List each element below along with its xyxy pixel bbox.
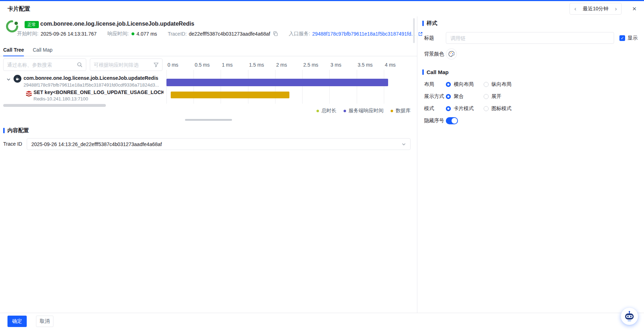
panel-resize-handle[interactable] [185, 119, 232, 121]
search-input[interactable] [7, 62, 77, 68]
time-range-picker[interactable]: ‹ 最近10分钟 › [570, 3, 622, 15]
tab-call-map[interactable]: Call Map [33, 45, 52, 56]
content-config-header: 内容配置 [3, 127, 29, 134]
hide-sequence-toggle[interactable] [446, 117, 458, 124]
timeline-tick-label: 4 ms [385, 62, 396, 68]
time-range-next-button[interactable]: › [610, 3, 621, 14]
legend-label: 数据库 [396, 108, 411, 114]
radio-display-expand[interactable]: 展开 [484, 93, 521, 100]
layout-label: 布局 [424, 81, 446, 88]
show-checkbox-group[interactable]: ✓ 显示 [619, 35, 638, 41]
timeline-tick-label: 0 ms [168, 62, 178, 68]
filter-box[interactable] [90, 58, 163, 71]
start-time-group: 开始时间: 2025-09-26 14:13:31.767 [17, 31, 97, 37]
show-checkbox[interactable]: ✓ [619, 35, 625, 41]
timeline-tick-label: 2.5 ms [303, 62, 318, 68]
card-config-panel: 样式 标题 ✓ 显示 背景颜色 Call Map 布 [417, 16, 644, 313]
background-color-button[interactable] [446, 48, 457, 59]
legend-item-total: 总时长 [316, 108, 336, 114]
timeline-gridline [194, 70, 194, 104]
start-time-value: 2025-09-26 14:13:31.767 [41, 31, 97, 37]
timeline-gridline [329, 70, 330, 104]
confirm-button[interactable]: 确定 [7, 316, 27, 327]
trace-id-select[interactable]: 2025-09-26 14:13:26_de22efff5387c4b03127… [27, 138, 411, 150]
page-header: 卡片配置 ‹ 最近10分钟 › ✕ [0, 1, 644, 16]
redis-icon [26, 91, 32, 97]
search-box[interactable] [3, 58, 86, 71]
trace-title: com.bonree.one.log.license.job.LicenseJo… [40, 21, 194, 27]
display-mode-label: 展示方式 [424, 93, 446, 100]
filter-input[interactable] [94, 62, 154, 68]
timeline-gridline [166, 70, 167, 104]
title-input[interactable] [450, 35, 609, 41]
response-time-label: 响应时间: [107, 31, 129, 37]
tab-call-map-label: Call Map [33, 47, 52, 53]
trace-id-select-value: 2025-09-26 14:13:26_de22efff5387c4b03127… [31, 141, 402, 147]
content-config-title: 内容配置 [7, 127, 29, 134]
cancel-button[interactable]: 取消 [36, 316, 53, 327]
radio-label: 图标模式 [491, 105, 511, 112]
timeline-gridline [248, 70, 248, 104]
tree-row-detail: 29488f178c97bfb79611e18a1f5bc3187491fd0c… [24, 82, 159, 88]
java-service-icon [14, 75, 21, 83]
traceid-value: de22efff5387c4b031273aadfe4a68af [189, 31, 270, 37]
style-section-title: 样式 [427, 20, 437, 27]
radio-selected-icon [446, 94, 451, 99]
radio-selected-icon [446, 82, 451, 87]
radio-mode-icon[interactable]: 图标模式 [484, 105, 521, 112]
legend-item-server: 服务端响应时间 [344, 108, 383, 114]
hide-sequence-label: 隐藏序号 [424, 118, 446, 124]
display-mode-row: 展示方式 聚合 展开 [424, 93, 638, 100]
tab-call-tree[interactable]: Call Tree [3, 45, 24, 56]
timeline-gridline [275, 70, 275, 104]
entry-service-group: 入口服务: 29488f178c97bfb79611e18a1f5bc31874… [289, 31, 423, 37]
title-field-label: 标题 [424, 35, 446, 41]
timeline-gridline [357, 70, 357, 104]
vertical-scrollbar-thumb[interactable] [413, 18, 415, 43]
assistant-robot-button[interactable] [621, 308, 638, 325]
style-section-header: 样式 [422, 20, 437, 27]
trace-info-row: 开始时间: 2025-09-26 14:13:31.767 响应时间: 4.07… [17, 30, 433, 37]
time-range-prev-button[interactable]: ‹ [570, 3, 581, 14]
radio-layout-vertical[interactable]: 纵向布局 [484, 81, 521, 88]
layout-row: 布局 横向布局 纵向布局 [424, 81, 638, 88]
span-bar-server[interactable] [166, 79, 388, 86]
start-time-label: 开始时间: [17, 31, 38, 37]
filter-icon[interactable] [154, 62, 159, 67]
callmap-section-title: Call Map [427, 69, 449, 75]
legend-label: 总时长 [321, 108, 336, 114]
status-badge: 正常 [25, 21, 39, 28]
entry-service-link[interactable]: 29488f178c97bfb79611e18a1f5bc3187491fd..… [312, 31, 415, 37]
radio-label: 卡片模式 [454, 105, 474, 112]
legend-dot [316, 110, 319, 112]
call-tree-rows: com.bonree.one.log.license.job.LicenseJo… [0, 70, 164, 104]
radio-display-aggregate[interactable]: 聚合 [446, 93, 484, 100]
tree-row-name[interactable]: SET key<BONREE_ONE_LOG_UPDATE_USAGE_LOCK… [34, 89, 164, 95]
title-input-wrap[interactable] [446, 32, 614, 44]
tree-row-name[interactable]: com.bonree.one.log.license.job.LicenseJo… [24, 75, 158, 81]
timeline-tick-label: 2 ms [276, 62, 287, 68]
title-config-row: 标题 ✓ 显示 [424, 32, 638, 44]
tab-call-tree-label: Call Tree [3, 47, 24, 53]
horizontal-scrollbar-thumb[interactable] [3, 104, 106, 107]
response-status-dot [132, 32, 134, 35]
radio-label: 展开 [491, 93, 501, 100]
copy-icon[interactable] [273, 31, 278, 36]
span-bar-database[interactable] [171, 92, 289, 98]
legend-dot [344, 110, 346, 112]
expand-chevron-icon[interactable] [6, 77, 11, 81]
radio-layout-horizontal[interactable]: 横向布局 [446, 81, 484, 88]
section-marker [3, 128, 5, 133]
search-icon [77, 62, 82, 67]
robot-icon [623, 310, 635, 322]
page-title: 卡片配置 [7, 5, 30, 13]
tree-row-detail: Redis-10.241.180.13:7100 [34, 96, 88, 102]
timeline-grid [166, 70, 411, 104]
mode-label: 模式 [424, 105, 446, 112]
close-icon[interactable]: ✕ [630, 5, 638, 13]
timeline-tick-label: 1 ms [222, 62, 232, 68]
radio-unselected-icon [484, 82, 489, 87]
timeline: 0 ms0.5 ms1 ms1.5 ms2 ms2.5 ms3 ms3.5 ms… [166, 58, 411, 104]
timeline-tick-label: 0.5 ms [195, 62, 210, 68]
radio-mode-card[interactable]: 卡片模式 [446, 105, 484, 112]
